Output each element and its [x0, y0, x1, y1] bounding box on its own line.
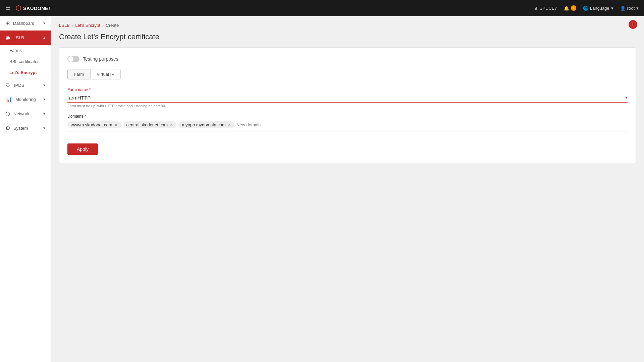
- tab-farm[interactable]: Farm: [67, 69, 90, 79]
- domain-tag-value-2: myapp.mydomain.com: [182, 122, 226, 127]
- globe-icon: 🌐: [583, 6, 588, 11]
- farm-name-input[interactable]: [67, 94, 628, 103]
- domain-remove-icon-0[interactable]: ✕: [114, 123, 118, 127]
- domains-row: wwwm.skudonet.com ✕ central.skudonet.com…: [67, 121, 628, 131]
- language-label: Language: [590, 6, 609, 11]
- ipds-icon: 🛡: [5, 82, 11, 88]
- farm-name-hint: Farm must be up, with HTTP profile and l…: [67, 104, 628, 108]
- sidebar-item-label-dashboard: Dashboard: [13, 21, 40, 26]
- apply-button[interactable]: Apply: [67, 143, 98, 155]
- logo-text: SKUDONET: [23, 5, 51, 11]
- testing-toggle-label: Testing purposes: [83, 56, 118, 62]
- tab-virtual-ip[interactable]: Virtual IP: [90, 69, 121, 79]
- sidebar-item-dashboard[interactable]: ⊞ Dashboard ▾: [0, 16, 51, 31]
- domains-label: Domains *: [67, 114, 628, 119]
- sidebar-sub-item-ssl-certificates[interactable]: SSL certificates: [0, 56, 51, 67]
- farm-name-label: Farm name *: [67, 87, 628, 92]
- monitoring-icon: 📊: [5, 96, 12, 103]
- ssl-certificates-label: SSL certificates: [9, 59, 40, 64]
- topnav-right: 🖥 SKDCE7 🔔 1 🌐 Language ▾ 👤 root ▾: [534, 5, 639, 11]
- sidebar-item-network[interactable]: ⬡ Network ▾: [0, 107, 51, 121]
- logo-icon: ⬡: [15, 4, 21, 12]
- sidebar-sub-item-lets-encrypt[interactable]: Let's Encrypt: [0, 67, 51, 78]
- page-title: Create Let's Encrypt certificate: [59, 33, 636, 41]
- breadcrumb-lets-encrypt[interactable]: Let's Encrypt: [75, 23, 100, 28]
- ipds-chevron-icon: ▾: [43, 83, 45, 87]
- monitoring-chevron-icon: ▾: [43, 97, 45, 102]
- sidebar-item-label-network: Network: [13, 111, 40, 116]
- sidebar-sub-item-farms[interactable]: Farms: [0, 45, 51, 56]
- lslb-icon: ◉: [5, 35, 10, 41]
- sidebar-item-label-lslb: LSLB: [13, 35, 40, 40]
- breadcrumb-sep-1: ›: [72, 23, 73, 28]
- notification-badge: 1: [571, 5, 576, 11]
- lslb-chevron-icon: ▴: [43, 36, 45, 40]
- top-navigation: ☰ ⬡ SKUDONET 🖥 SKDCE7 🔔 1 🌐 Language ▾ 👤…: [0, 0, 644, 16]
- sidebar-item-lslb[interactable]: ◉ LSLB ▴: [0, 31, 51, 45]
- new-domain-input[interactable]: [236, 122, 628, 127]
- domain-tag-value-0: wwwm.skudonet.com: [71, 122, 112, 127]
- user-menu[interactable]: 👤 root ▾: [620, 6, 639, 11]
- sidebar-item-label-system: System: [13, 126, 40, 131]
- certificate-form-card: Testing purposes Farm Virtual IP Farm na…: [59, 47, 636, 163]
- device-selector[interactable]: 🖥 SKDCE7: [534, 6, 557, 11]
- dashboard-icon: ⊞: [5, 20, 10, 26]
- notifications-button[interactable]: 🔔 1: [564, 5, 576, 11]
- monitor-icon: 🖥: [534, 6, 538, 11]
- domain-remove-icon-1[interactable]: ✕: [170, 123, 173, 127]
- sidebar-item-label-monitoring: Monitoring: [15, 97, 40, 102]
- breadcrumb-lslb[interactable]: LSLB: [59, 23, 70, 28]
- sidebar-item-system[interactable]: ⚙ System ▾: [0, 121, 51, 135]
- main-content: LSLB › Let's Encrypt › Create Create Let…: [51, 16, 644, 362]
- toggle-knob: [68, 56, 73, 62]
- user-icon: 👤: [620, 6, 626, 11]
- breadcrumb-sep-2: ›: [102, 23, 104, 28]
- language-chevron-icon: ▾: [611, 6, 613, 11]
- hamburger-menu-icon[interactable]: ☰: [5, 4, 11, 12]
- bell-icon: 🔔: [564, 6, 569, 11]
- domain-tag-2: myapp.mydomain.com ✕: [178, 121, 234, 128]
- domains-group: Domains * wwwm.skudonet.com ✕ central.sk…: [67, 114, 628, 131]
- sidebar-section-main: ⊞ Dashboard ▾ ◉ LSLB ▴ Farms SSL certifi…: [0, 16, 51, 135]
- topnav-left: ☰ ⬡ SKUDONET: [5, 4, 51, 12]
- info-icon[interactable]: i: [629, 20, 637, 29]
- system-chevron-icon: ▾: [43, 126, 45, 130]
- device-label: SKDCE7: [540, 6, 557, 11]
- domain-tag-1: central.skudonet.com ✕: [123, 121, 177, 128]
- dashboard-chevron-icon: ▾: [43, 21, 45, 25]
- breadcrumb: LSLB › Let's Encrypt › Create: [59, 23, 636, 28]
- sidebar-item-monitoring[interactable]: 📊 Monitoring ▾: [0, 92, 51, 107]
- user-chevron-icon: ▾: [636, 6, 639, 11]
- domain-tag-0: wwwm.skudonet.com ✕: [67, 121, 121, 128]
- farms-label: Farms: [9, 48, 22, 53]
- user-label: root: [627, 6, 635, 11]
- language-selector[interactable]: 🌐 Language ▾: [583, 6, 613, 11]
- testing-toggle[interactable]: [67, 56, 79, 62]
- sidebar-item-ipds[interactable]: 🛡 IPDS ▾: [0, 78, 51, 92]
- system-icon: ⚙: [5, 125, 10, 131]
- logo: ⬡ SKUDONET: [15, 4, 51, 12]
- testing-toggle-row: Testing purposes: [67, 56, 628, 62]
- lets-encrypt-label: Let's Encrypt: [9, 70, 37, 75]
- network-chevron-icon: ▾: [43, 112, 45, 116]
- tab-row: Farm Virtual IP: [67, 69, 628, 79]
- network-icon: ⬡: [5, 111, 10, 117]
- domain-remove-icon-2[interactable]: ✕: [228, 123, 231, 127]
- farm-name-group: Farm name * ▾ Farm must be up, with HTTP…: [67, 87, 628, 108]
- breadcrumb-create: Create: [106, 23, 119, 28]
- domain-tag-value-1: central.skudonet.com: [126, 122, 168, 127]
- sidebar-item-label-ipds: IPDS: [14, 83, 40, 88]
- sidebar: ⊞ Dashboard ▾ ◉ LSLB ▴ Farms SSL certifi…: [0, 16, 51, 362]
